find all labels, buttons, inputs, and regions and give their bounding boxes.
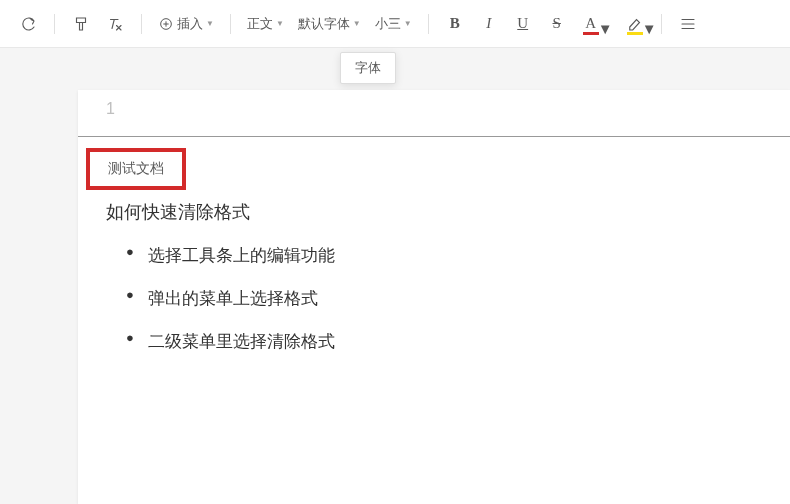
format-painter-button[interactable] [65, 8, 97, 40]
highlight-color-button[interactable]: ▼ [619, 8, 651, 40]
redo-button[interactable] [12, 8, 44, 40]
caret-down-icon: ▼ [404, 19, 412, 28]
font-family-dropdown[interactable]: 默认字体 ▼ [292, 8, 367, 40]
list-item: 选择工具条上的编辑功能 [126, 244, 770, 267]
insert-dropdown[interactable]: 插入 ▼ [152, 8, 220, 40]
font-size-dropdown[interactable]: 小三 ▼ [369, 8, 418, 40]
font-color-letter: A [585, 15, 596, 32]
size-label: 小三 [375, 15, 401, 33]
separator [141, 14, 142, 34]
caret-down-icon: ▼ [353, 19, 361, 28]
caret-down-icon: ▼ [276, 19, 284, 28]
caret-down-icon: ▼ [642, 20, 657, 37]
italic-button[interactable]: I [473, 8, 505, 40]
align-button[interactable] [672, 8, 704, 40]
list-item: 二级菜单里选择清除格式 [126, 330, 770, 353]
document-content[interactable]: 如何快速清除格式 选择工具条上的编辑功能 弹出的菜单上选择格式 二级菜单里选择清… [106, 200, 770, 373]
strikethrough-button[interactable]: S [541, 8, 573, 40]
underline-button[interactable]: U [507, 8, 539, 40]
separator [230, 14, 231, 34]
tooltip: 字体 [340, 52, 396, 84]
page-number: 1 [106, 100, 115, 118]
font-color-indicator [583, 32, 599, 35]
caret-down-icon: ▼ [598, 20, 613, 37]
separator [54, 14, 55, 34]
insert-label: 插入 [177, 15, 203, 33]
document-page[interactable]: 1 测试文档 如何快速清除格式 选择工具条上的编辑功能 弹出的菜单上选择格式 二… [78, 90, 790, 504]
separator [661, 14, 662, 34]
document-title-tab: 测试文档 [86, 148, 186, 190]
clear-format-button[interactable] [99, 8, 131, 40]
highlight-color-indicator [627, 32, 643, 35]
paragraph-style-dropdown[interactable]: 正文 ▼ [241, 8, 290, 40]
bold-button[interactable]: B [439, 8, 471, 40]
content-heading: 如何快速清除格式 [106, 200, 770, 224]
separator [428, 14, 429, 34]
font-label: 默认字体 [298, 15, 350, 33]
ruler [78, 136, 790, 137]
font-color-button[interactable]: A ▼ [575, 8, 607, 40]
bullet-list: 选择工具条上的编辑功能 弹出的菜单上选择格式 二级菜单里选择清除格式 [106, 244, 770, 353]
list-item: 弹出的菜单上选择格式 [126, 287, 770, 310]
style-label: 正文 [247, 15, 273, 33]
toolbar: 插入 ▼ 正文 ▼ 默认字体 ▼ 小三 ▼ B I U S A ▼ ▼ [0, 0, 790, 48]
caret-down-icon: ▼ [206, 19, 214, 28]
